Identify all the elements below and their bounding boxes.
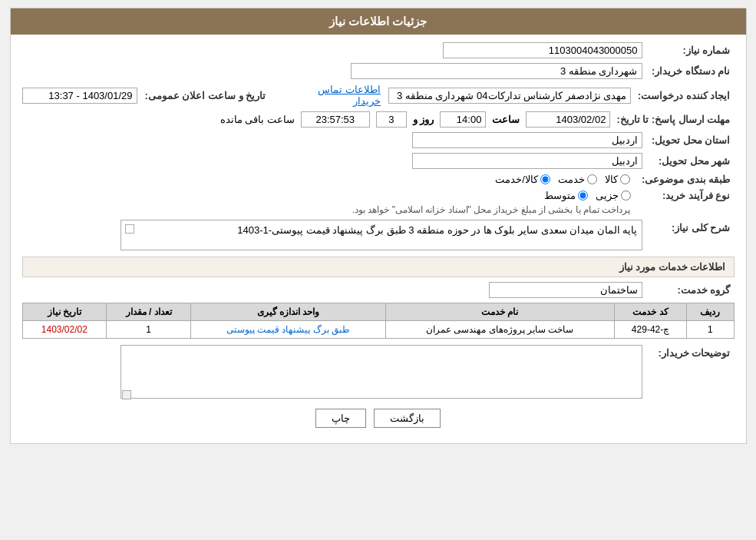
main-container: جزئیات اطلاعات نیاز شماره نیاز: نام دستگ…	[10, 8, 747, 444]
send-date-row: مهلت ارسال پاسخ: تا تاریخ: ساعت روز و سا…	[22, 111, 735, 128]
cell-name: ساخت سایر پروژه‌های مهندسی عمران	[385, 321, 614, 339]
category-kala-khedmat[interactable]: کالا/خدمت	[495, 174, 550, 185]
table-row: 1 چ-42-429 ساخت سایر پروژه‌های مهندسی عم…	[22, 321, 734, 339]
cell-date: 1403/02/02	[22, 321, 107, 339]
col-code: کد خدمت	[614, 303, 687, 321]
category-khedmat[interactable]: خدمت	[558, 174, 597, 185]
deadline-time-input[interactable]	[440, 111, 486, 128]
service-group-row: گروه خدمت:	[22, 282, 735, 298]
process-row: نوع فرآیند خرید: جزیی متوسط پرداخت تمام …	[22, 190, 735, 215]
category-radio-group: کالا خدمت کالا/خدمت	[495, 174, 630, 185]
process-jozvi-radio[interactable]	[621, 190, 631, 200]
buyer-org-input[interactable]	[351, 63, 642, 79]
cell-count: 1	[107, 321, 191, 339]
col-date: تاریخ نیاز	[22, 303, 107, 321]
announce-date-input[interactable]	[22, 88, 137, 104]
buyer-notes-textarea[interactable]	[120, 345, 642, 399]
announce-date-label: تاریخ و ساعت اعلان عمومی:	[145, 90, 270, 101]
service-table: ردیف کد خدمت نام خدمت واحد اندازه گیری ت…	[22, 303, 735, 339]
need-number-row: شماره نیاز:	[22, 42, 735, 58]
days-label: روز و	[413, 114, 434, 125]
city-label: شهر محل تحویل:	[642, 155, 735, 167]
col-radif: ردیف	[687, 303, 734, 321]
col-name: نام خدمت	[385, 303, 614, 321]
category-row: طبقه بندی موضوعی: کالا خدمت کالا/خدمت	[22, 174, 735, 185]
col-count: تعداد / مقدار	[107, 303, 191, 321]
cell-unit: طبق برگ پیشنهاد قیمت پیوستی	[190, 321, 385, 339]
send-date-label: مهلت ارسال پاسخ: تا تاریخ:	[616, 114, 734, 125]
buyer-org-row: نام دستگاه خریدار:	[22, 63, 735, 79]
buyer-org-label: نام دستگاه خریدار:	[642, 65, 735, 77]
page-header: جزئیات اطلاعات نیاز	[11, 8, 746, 35]
print-button[interactable]: چاپ	[315, 409, 366, 428]
creator-link[interactable]: اطلاعات تماس خریدار	[289, 84, 381, 107]
time-label: ساعت	[492, 114, 520, 125]
need-desc-label: شرح کلی نیاز:	[642, 220, 735, 234]
creator-label: ایجاد کننده درخواست:	[639, 90, 734, 101]
deadline-date-input[interactable]	[526, 111, 610, 128]
province-label: استان محل تحویل:	[642, 134, 735, 146]
category-kala-radio[interactable]	[620, 174, 630, 184]
need-desc-row: شرح کلی نیاز: پایه المان میدان سعدی سایر…	[22, 220, 735, 250]
remaining-label: ساعت باقی مانده	[220, 114, 295, 125]
cell-radif: 1	[687, 321, 734, 339]
need-desc-box: پایه المان میدان سعدی سایر بلوک ها در حو…	[120, 220, 642, 250]
city-row: شهر محل تحویل:	[22, 153, 735, 169]
process-note: پرداخت تمام یا بخشی از مبلغ خریداز محل "…	[352, 204, 631, 215]
page-title: جزئیات اطلاعات نیاز	[329, 15, 427, 28]
need-number-input[interactable]	[443, 42, 642, 58]
deadline-days-input[interactable]	[376, 111, 407, 128]
creator-input[interactable]	[388, 88, 631, 104]
need-desc-text: پایه المان میدان سعدی سایر بلوک ها در حو…	[237, 224, 637, 236]
service-group-label: گروه خدمت:	[642, 284, 735, 296]
services-section-title: اطلاعات خدمات مورد نیاز	[22, 257, 735, 277]
province-input[interactable]	[412, 132, 642, 148]
deadline-remaining-input[interactable]	[301, 111, 370, 128]
process-jozvi[interactable]: جزیی	[596, 190, 631, 201]
process-motavaset[interactable]: متوسط	[544, 190, 588, 201]
category-label: طبقه بندی موضوعی:	[642, 174, 735, 185]
buyer-notes-label: توضیحات خریدار:	[642, 345, 735, 359]
process-motavaset-radio[interactable]	[578, 190, 588, 200]
back-button[interactable]: بازگشت	[374, 409, 441, 428]
cell-code: چ-42-429	[614, 321, 687, 339]
content: شماره نیاز: نام دستگاه خریدار: ایجاد کنن…	[11, 35, 746, 443]
service-group-input[interactable]	[489, 282, 642, 298]
resize-handle[interactable]	[125, 224, 134, 234]
city-input[interactable]	[412, 153, 642, 169]
col-unit: واحد اندازه گیری	[190, 303, 385, 321]
process-label: نوع فرآیند خرید:	[642, 190, 735, 201]
need-number-label: شماره نیاز:	[642, 45, 735, 56]
category-kala-khedmat-radio[interactable]	[540, 174, 550, 184]
button-container: بازگشت چاپ	[22, 409, 735, 428]
category-khedmat-radio[interactable]	[587, 174, 597, 184]
category-kala[interactable]: کالا	[605, 174, 630, 185]
province-row: استان محل تحویل:	[22, 132, 735, 148]
buyer-notes-row: توضیحات خریدار:	[22, 345, 735, 401]
textarea-resize-handle[interactable]	[122, 390, 131, 399]
creator-row: ایجاد کننده درخواست: اطلاعات تماس خریدار…	[22, 84, 735, 107]
process-radio-group: جزیی متوسط	[352, 190, 631, 201]
